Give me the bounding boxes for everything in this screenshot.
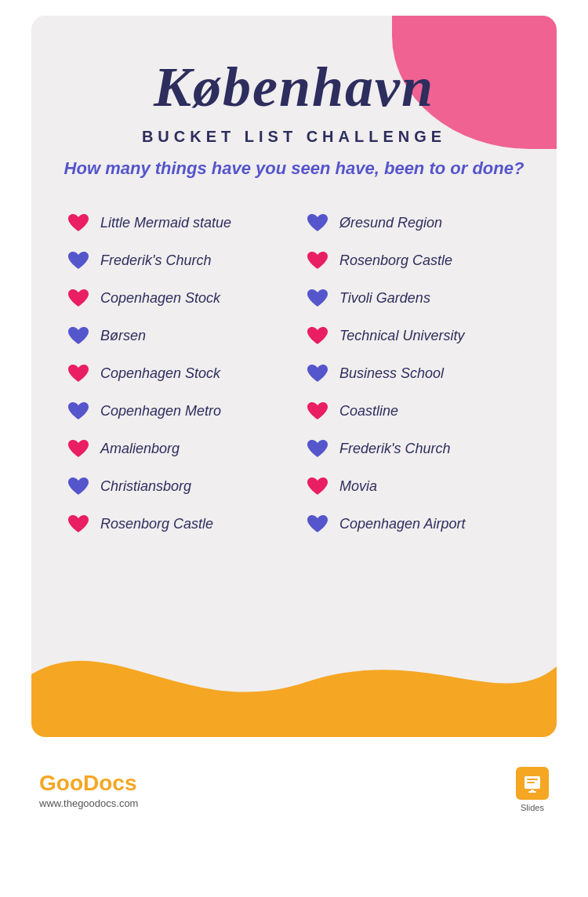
purple-heart-icon [67,476,90,497]
list-item: Christiansborg [63,468,286,506]
purple-heart [66,249,91,274]
pink-heart [66,211,91,236]
svg-rect-4 [528,791,536,793]
list-item: Copenhagen Airport [302,506,525,543]
pink-heart-icon [306,476,329,497]
list-item: Rosenborg Castle [302,242,525,280]
svg-rect-1 [527,779,538,780]
gooddocs-logo: GooDocs [39,771,138,796]
item-label: Frederik's Church [100,252,211,269]
list-item: Amalienborg [63,430,286,468]
item-label: Rosenborg Castle [339,252,452,269]
list-item: Copenhagen Stock [63,355,286,393]
page-title: København [63,55,525,120]
purple-heart [305,437,330,462]
purple-heart [66,399,91,424]
pink-heart [66,361,91,387]
list-item: Øresund Region [302,205,525,242]
item-label: Børsen [100,328,146,344]
purple-heart-icon [306,438,329,459]
list-item: Coastline [302,393,525,430]
list-item: Rosenborg Castle [63,506,286,543]
list-item: Frederik's Church [63,242,286,280]
item-label: Little Mermaid statue [100,215,231,231]
item-label: Øresund Region [339,215,442,231]
footer-logo-area: GooDocs www.thegoodocs.com [39,771,138,809]
pink-heart [305,474,330,499]
yellow-wave-decoration [31,612,557,737]
item-label: Copenhagen Stock [100,365,220,382]
item-label: Coastline [339,403,398,419]
card-content: København BUCKET LIST CHALLENGE How many… [31,16,557,567]
pink-heart [305,399,330,424]
list-item: Tivoli Gardens [302,280,525,318]
purple-heart-icon [67,250,90,271]
item-label: Copenhagen Metro [100,403,221,419]
list-item: Movia [302,468,525,506]
purple-heart [66,474,91,499]
list-item: Little Mermaid statue [63,205,286,242]
purple-heart-icon [306,288,329,309]
slides-icon-rect [516,767,549,800]
slides-icon-svg [521,772,543,794]
purple-heart-icon [306,514,329,535]
purple-heart-icon [67,325,90,347]
page-subtitle-caps: BUCKET LIST CHALLENGE [63,128,525,146]
list-item: Copenhagen Metro [63,393,286,430]
list-item: Technical University [302,318,525,355]
slides-icon-area: Slides [516,767,549,812]
list-item: Frederik's Church [302,430,525,468]
item-label: Movia [339,478,377,495]
purple-heart [305,361,330,387]
bucket-list-grid: Little Mermaid statueFrederik's ChurchCo… [63,205,525,543]
pink-heart [305,249,330,274]
list-item: Copenhagen Stock [63,280,286,318]
pink-heart [66,286,91,311]
pink-heart-icon [67,212,90,234]
purple-heart [305,512,330,537]
purple-heart [305,211,330,236]
purple-heart-icon [306,212,329,234]
pink-heart-icon [67,514,90,535]
list-item: Børsen [63,318,286,355]
purple-heart [305,286,330,311]
pink-heart [66,512,91,537]
pink-heart-icon [67,288,90,309]
item-label: Christiansborg [100,478,191,495]
pink-heart-icon [306,401,329,422]
item-label: Amalienborg [100,441,180,457]
item-label: Rosenborg Castle [100,516,213,532]
item-label: Copenhagen Airport [339,516,465,532]
item-label: Frederik's Church [339,441,450,457]
slides-label: Slides [521,803,544,812]
pink-heart [66,437,91,462]
pink-heart-icon [306,250,329,271]
purple-heart [66,324,91,349]
list-column-right: Øresund RegionRosenborg CastleTivoli Gar… [302,205,525,543]
page-subtitle-italic: How many things have you seen have, been… [63,157,525,181]
logo-highlight: D [83,771,99,795]
purple-heart-icon [67,401,90,422]
logo-text-blue2: ocs [99,771,136,795]
list-item: Business School [302,355,525,393]
item-label: Business School [339,365,444,382]
pink-heart-icon [67,363,90,384]
footer-url: www.thegoodocs.com [39,797,138,809]
page-wrapper: København BUCKET LIST CHALLENGE How many… [0,0,588,897]
item-label: Tivoli Gardens [339,290,430,307]
pink-heart-icon [306,325,329,347]
svg-rect-2 [527,782,535,783]
item-label: Technical University [339,328,464,344]
main-card: København BUCKET LIST CHALLENGE How many… [31,16,557,737]
pink-heart-icon [67,438,90,459]
pink-heart [305,324,330,349]
footer: GooDocs www.thegoodocs.com Slides [0,753,588,820]
purple-heart-icon [306,363,329,384]
list-column-left: Little Mermaid statueFrederik's ChurchCo… [63,205,286,543]
item-label: Copenhagen Stock [100,290,220,307]
logo-text-blue: Goo [39,771,83,795]
